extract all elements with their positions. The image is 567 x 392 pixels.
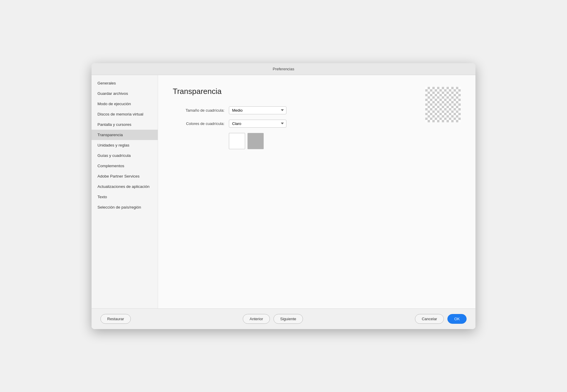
sidebar-item-pantalla-cursores[interactable]: Pantalla y cursores <box>92 119 158 130</box>
sidebar-item-modo-ejecucion[interactable]: Modo de ejecución <box>92 99 158 109</box>
dialog-body: GeneralesGuardar archivosModo de ejecuci… <box>92 75 475 308</box>
sidebar-item-texto[interactable]: Texto <box>92 192 158 202</box>
sidebar-item-transparencia[interactable]: Transparencia <box>92 130 158 140</box>
grid-colors-row: Colores de cuadrícula: ClaroMedioOscuroP… <box>173 120 461 128</box>
sidebar-item-adobe-partner[interactable]: Adobe Partner Services <box>92 171 158 181</box>
next-button[interactable]: Siguiente <box>273 314 303 324</box>
sidebar-item-seleccion-pais[interactable]: Selección de país/región <box>92 202 158 212</box>
page-title: Transparencia <box>173 87 461 96</box>
sidebar-item-unidades-reglas[interactable]: Unidades y reglas <box>92 140 158 150</box>
footer-left: Restaurar <box>100 314 131 324</box>
restore-button[interactable]: Restaurar <box>100 314 131 324</box>
dialog-footer: Restaurar Anterior Siguiente Cancelar OK <box>92 308 475 329</box>
preferences-dialog: Preferencias GeneralesGuardar archivosMo… <box>92 63 475 329</box>
sidebar-item-guardar-archivos[interactable]: Guardar archivos <box>92 88 158 99</box>
footer-center: Anterior Siguiente <box>243 314 303 324</box>
checkerboard-preview <box>425 87 461 122</box>
sidebar-item-complementos[interactable]: Complementos <box>92 161 158 171</box>
swatch-white[interactable] <box>229 133 245 149</box>
grid-size-select[interactable]: PequeñoMedioGrandeNinguno <box>229 106 286 114</box>
dialog-titlebar: Preferencias <box>92 63 475 75</box>
footer-right: Cancelar OK <box>415 314 467 324</box>
dialog-title: Preferencias <box>273 67 294 71</box>
sidebar-item-actualizaciones[interactable]: Actualizaciones de aplicación <box>92 181 158 192</box>
color-swatches <box>229 133 461 149</box>
ok-button[interactable]: OK <box>447 314 467 324</box>
cancel-button[interactable]: Cancelar <box>415 314 444 324</box>
sidebar-item-generales[interactable]: Generales <box>92 78 158 88</box>
main-content: Transparencia Tamaño de cuadrícula: Pequ… <box>158 75 475 308</box>
swatch-gray[interactable] <box>247 133 264 149</box>
previous-button[interactable]: Anterior <box>243 314 270 324</box>
sidebar-item-guias-cuadricula[interactable]: Guías y cuadrícula <box>92 150 158 161</box>
grid-size-row: Tamaño de cuadrícula: PequeñoMedioGrande… <box>173 106 461 114</box>
grid-colors-select[interactable]: ClaroMedioOscuroPersonalizado <box>229 120 286 128</box>
grid-size-label: Tamaño de cuadrícula: <box>173 108 229 113</box>
sidebar: GeneralesGuardar archivosModo de ejecuci… <box>92 75 158 308</box>
grid-colors-label: Colores de cuadrícula: <box>173 121 229 126</box>
sidebar-item-discos-memoria[interactable]: Discos de memoria virtual <box>92 109 158 119</box>
